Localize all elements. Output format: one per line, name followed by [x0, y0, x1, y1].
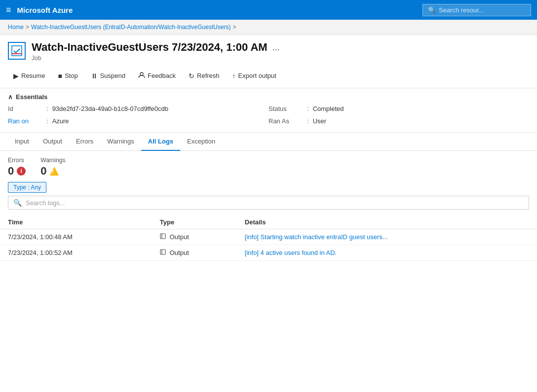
essentials-id-label: Id [8, 105, 42, 112]
essentials-ranon-row: Ran on : Azure [8, 116, 268, 126]
log-table: Time Type Details 7/23/2024, 1:00:48 AMO… [0, 215, 537, 261]
search-input[interactable] [439, 6, 526, 14]
essentials-status-label: Status [268, 105, 303, 112]
suspend-button[interactable]: ⏸ Suspend [85, 69, 131, 83]
search-icon: 🔍 [428, 6, 436, 14]
export-output-button[interactable]: ↑ Export output [227, 69, 282, 83]
col-type: Type [152, 215, 237, 229]
page-header: Watch-InactiveGuestUsers 7/23/2024, 1:00… [0, 35, 537, 66]
essentials-ranas-row: Ran As : User [268, 116, 529, 126]
refresh-button[interactable]: ↻ Refresh [183, 69, 225, 83]
refresh-label: Refresh [197, 72, 220, 79]
output-icon [160, 233, 167, 241]
col-time: Time [0, 215, 152, 229]
breadcrumb-home[interactable]: Home [8, 24, 24, 31]
type-filter-badge[interactable]: Type : Any [8, 182, 46, 193]
feedback-label: Feedback [148, 72, 176, 79]
cell-time: 7/23/2024, 1:00:48 AM [0, 229, 152, 245]
export-icon: ↑ [232, 72, 236, 80]
breadcrumb-sep2: > [233, 24, 236, 31]
refresh-icon: ↻ [189, 72, 194, 80]
breadcrumb-link[interactable]: Watch-InactiveGuestUsers (EntraID-Automa… [31, 24, 231, 31]
search-input[interactable] [26, 199, 524, 207]
tab-exception[interactable]: Exception [180, 133, 222, 151]
cell-details: [info] Starting watch inactive entraID g… [237, 229, 537, 245]
error-icon: i [17, 167, 26, 176]
warnings-count: 0 [40, 165, 46, 178]
resume-icon: ▶ [13, 72, 19, 80]
feedback-button[interactable]: Feedback [133, 69, 181, 83]
essentials-id-row: Id : 93de2fd7-23da-49a0-b1c8-07cd9ffe0cd… [8, 104, 268, 114]
toolbar: ▶ Resume ■ Stop ⏸ Suspend Feedback ↻ Ref… [0, 66, 537, 88]
essentials-section[interactable]: ∧ Essentials [0, 88, 537, 104]
tab-input[interactable]: Input [8, 133, 36, 151]
app-title: Microsoft Azure [17, 6, 73, 14]
essentials-title: Essentials [16, 93, 47, 101]
stop-button[interactable]: ■ Stop [52, 69, 83, 83]
output-icon [160, 249, 167, 256]
cell-type: Output [152, 245, 237, 261]
cell-type: Output [152, 229, 237, 245]
tab-warnings[interactable]: Warnings [100, 133, 141, 151]
essentials-id-value: 93de2fd7-23da-49a0-b1c8-07cd9ffe0cdb [52, 105, 168, 112]
resume-label: Resume [21, 72, 45, 79]
page-icon [8, 42, 26, 60]
essentials-ranas-label: Ran As [268, 117, 303, 125]
svg-point-4 [140, 72, 143, 75]
page-header-content: Watch-InactiveGuestUsers 7/23/2024, 1:00… [32, 41, 529, 62]
top-navigation: ≡ Microsoft Azure 🔍 [0, 0, 537, 20]
table-header-row: Time Type Details [0, 215, 537, 229]
suspend-icon: ⏸ [91, 72, 98, 80]
cell-time: 7/23/2024, 1:00:52 AM [0, 245, 152, 261]
breadcrumb: Home > Watch-InactiveGuestUsers (EntraID… [0, 20, 537, 35]
warning-icon [50, 167, 59, 176]
tabs-bar: Input Output Errors Warnings All Logs Ex… [0, 133, 537, 151]
cell-details: [info] 4 active users found in AD. [237, 245, 537, 261]
table-row[interactable]: 7/23/2024, 1:00:52 AMOutput[info] 4 acti… [0, 245, 537, 261]
feedback-icon [138, 71, 145, 80]
errors-stat: Errors 0 i [8, 157, 26, 178]
essentials-status-row: Status : Completed [268, 104, 529, 114]
table-row[interactable]: 7/23/2024, 1:00:48 AMOutput[info] Starti… [0, 229, 537, 245]
errors-label: Errors [8, 157, 26, 164]
more-options-button[interactable]: ... [272, 42, 280, 53]
essentials-ranas-value: User [313, 117, 326, 125]
search-icon: 🔍 [13, 199, 22, 207]
tab-output[interactable]: Output [36, 133, 69, 151]
svg-rect-5 [160, 234, 165, 239]
errors-count: 0 [8, 165, 14, 178]
suspend-label: Suspend [100, 72, 125, 79]
warnings-label: Warnings [40, 157, 65, 164]
search-bar[interactable]: 🔍 [8, 196, 529, 210]
essentials-status-value: Completed [313, 105, 344, 112]
resume-button[interactable]: ▶ Resume [8, 69, 50, 83]
essentials-ranon-value: Azure [52, 117, 69, 125]
essentials-ranon-label: Ran on [8, 117, 42, 125]
page-subtitle: Job [32, 55, 529, 62]
essentials-grid: Id : 93de2fd7-23da-49a0-b1c8-07cd9ffe0cd… [0, 104, 537, 132]
export-label: Export output [238, 72, 276, 79]
type-filter: Type : Any [8, 183, 46, 191]
hamburger-menu[interactable]: ≡ [6, 5, 11, 15]
page-title: Watch-InactiveGuestUsers 7/23/2024, 1:00… [32, 41, 268, 54]
stats-row: Errors 0 i Warnings 0 ! [0, 151, 537, 181]
breadcrumb-sep1: > [26, 24, 29, 31]
global-search[interactable]: 🔍 [422, 4, 531, 16]
tab-errors[interactable]: Errors [69, 133, 100, 151]
svg-rect-7 [160, 249, 165, 254]
tab-all-logs[interactable]: All Logs [141, 133, 180, 151]
warnings-stat: Warnings 0 ! [40, 157, 65, 178]
stop-icon: ■ [58, 72, 62, 80]
essentials-chevron: ∧ [8, 93, 13, 101]
col-details: Details [237, 215, 537, 229]
stop-label: Stop [65, 72, 78, 79]
